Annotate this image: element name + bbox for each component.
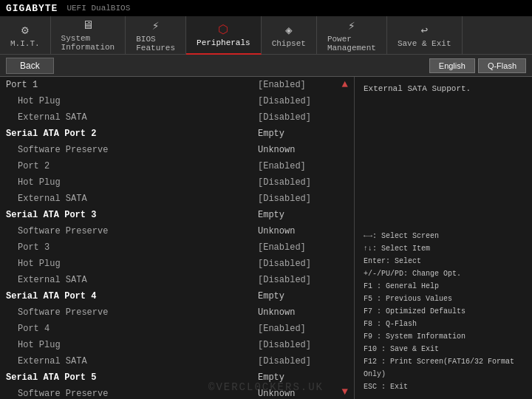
- power-mgmt-icon: ⚡: [348, 18, 355, 33]
- setting-value: Unknown: [252, 389, 348, 399]
- help-description: External SATA Support.: [364, 83, 523, 95]
- main-content: ▲ Port 1[Enabled]Hot Plug[Disabled]Exter…: [0, 77, 532, 399]
- setting-name: External SATA: [6, 275, 252, 285]
- setting-value: [Disabled]: [252, 177, 348, 188]
- table-row[interactable]: External SATA[Disabled]: [0, 191, 354, 207]
- table-row[interactable]: Serial ATA Port 5Empty: [0, 369, 354, 386]
- setting-name: Port 2: [6, 161, 252, 171]
- table-row[interactable]: Software PreserveUnknown: [0, 304, 354, 321]
- table-row[interactable]: Software PreserveUnknown: [0, 386, 354, 399]
- nav-chipset[interactable]: ◈ Chipset: [262, 16, 317, 55]
- bios-features-icon: ⚡: [152, 18, 160, 33]
- key-guide-line: ↑↓: Select Item: [364, 242, 523, 255]
- setting-value: [Enabled]: [252, 80, 348, 90]
- setting-name: External SATA: [6, 194, 252, 204]
- key-guide-line: F10 : Save & Exit: [364, 343, 523, 355]
- table-row[interactable]: Serial ATA Port 4Empty: [0, 288, 354, 304]
- key-guide-line: Enter: Select: [364, 255, 523, 267]
- setting-name: Serial ATA Port 5: [6, 372, 252, 383]
- setting-name: Hot Plug: [6, 259, 252, 269]
- settings-panel[interactable]: ▲ Port 1[Enabled]Hot Plug[Disabled]Exter…: [0, 77, 355, 399]
- system-info-icon: 🖥: [82, 18, 94, 33]
- key-guide-line: F1 : General Help: [364, 280, 523, 293]
- table-row[interactable]: Hot Plug[Disabled]: [0, 93, 354, 109]
- setting-value: [Disabled]: [252, 96, 348, 106]
- key-hint: F9 : System Information: [364, 330, 466, 343]
- setting-name: Hot Plug: [6, 96, 252, 106]
- table-row[interactable]: Hot Plug[Disabled]: [0, 174, 354, 191]
- key-guide-line: F5 : Previous Values: [364, 293, 523, 305]
- key-hint: F7 : Optimized Defaults: [364, 305, 466, 318]
- setting-name: Port 1: [6, 80, 252, 90]
- table-row[interactable]: External SATA[Disabled]: [0, 272, 354, 288]
- table-row[interactable]: Port 2[Enabled]: [0, 158, 354, 174]
- setting-value: [Disabled]: [252, 112, 348, 123]
- setting-name: Software Preserve: [6, 226, 252, 236]
- table-row[interactable]: Hot Plug[Disabled]: [0, 256, 354, 272]
- key-hint: Enter: Select: [364, 255, 421, 267]
- setting-value: [Disabled]: [252, 275, 348, 285]
- setting-name: Software Preserve: [6, 145, 252, 155]
- qflash-button[interactable]: Q-Flash: [478, 58, 526, 73]
- table-row[interactable]: Port 4[Enabled]: [0, 321, 354, 337]
- setting-value: [Enabled]: [252, 242, 348, 253]
- key-hint: +/-/PU/PD: Change Opt.: [364, 267, 461, 280]
- key-guide-line: +/-/PU/PD: Change Opt.: [364, 267, 523, 280]
- key-hint: ←→: Select Screen: [364, 230, 439, 242]
- nav-power-mgmt-label: PowerManagement: [327, 35, 376, 52]
- table-row[interactable]: Port 1[Enabled]: [0, 77, 354, 93]
- table-row[interactable]: External SATA[Disabled]: [0, 109, 354, 126]
- setting-name: Serial ATA Port 3: [6, 210, 252, 220]
- setting-name: Port 3: [6, 242, 252, 253]
- back-button[interactable]: Back: [6, 58, 54, 74]
- table-row[interactable]: External SATA[Disabled]: [0, 353, 354, 369]
- nav-peripherals[interactable]: ⬡ Peripherals: [186, 16, 262, 55]
- table-row[interactable]: Hot Plug[Disabled]: [0, 337, 354, 353]
- table-row[interactable]: Serial ATA Port 3Empty: [0, 207, 354, 223]
- table-row[interactable]: Software PreserveUnknown: [0, 142, 354, 158]
- brand-logo: GIGABYTE: [6, 3, 58, 14]
- setting-value: [Disabled]: [252, 194, 348, 204]
- english-button[interactable]: English: [429, 58, 475, 73]
- dual-bios-label: UEFI DualBIOS: [66, 4, 130, 13]
- scroll-down-arrow: ▼: [342, 386, 348, 398]
- action-right: English Q-Flash: [429, 58, 532, 73]
- table-row[interactable]: Serial ATA Port 2Empty: [0, 126, 354, 142]
- nav-mit-label: M.I.T.: [10, 39, 40, 48]
- chipset-icon: ◈: [285, 23, 293, 38]
- setting-name: Port 4: [6, 324, 252, 334]
- setting-value: [Disabled]: [252, 356, 348, 366]
- setting-name: Software Preserve: [6, 389, 252, 399]
- nav-save-exit-label: Save & Exit: [398, 39, 451, 48]
- key-guide-line: F9 : System Information: [364, 330, 523, 343]
- key-hint: F8 : Q-Flash: [364, 318, 417, 330]
- table-row[interactable]: Port 3[Enabled]: [0, 239, 354, 256]
- nav-power-mgmt[interactable]: ⚡ PowerManagement: [317, 16, 387, 55]
- setting-value: Empty: [252, 129, 348, 139]
- key-guide: ←→: Select Screen↑↓: Select ItemEnter: S…: [364, 230, 523, 393]
- setting-name: Serial ATA Port 2: [6, 129, 252, 139]
- nav-bios-features[interactable]: ⚡ BIOSFeatures: [126, 16, 186, 55]
- scroll-up-arrow: ▲: [342, 78, 348, 90]
- peripherals-icon: ⬡: [218, 22, 228, 37]
- save-exit-icon: ↩: [420, 23, 428, 38]
- setting-name: Serial ATA Port 4: [6, 291, 252, 301]
- setting-value: Unknown: [252, 226, 348, 236]
- key-guide-line: ESC : Exit: [364, 381, 523, 393]
- nav-save-exit[interactable]: ↩ Save & Exit: [387, 16, 463, 55]
- key-guide-line: ←→: Select Screen: [364, 230, 523, 242]
- mit-icon: ⚙: [21, 23, 29, 38]
- key-hint: F1 : General Help: [364, 280, 439, 293]
- setting-value: [Enabled]: [252, 324, 348, 334]
- nav-chipset-label: Chipset: [272, 39, 306, 48]
- key-hint: F10 : Save & Exit: [364, 343, 439, 355]
- setting-name: Hot Plug: [6, 340, 252, 350]
- nav-system-info-label: SystemInformation: [61, 34, 115, 52]
- setting-value: Empty: [252, 291, 348, 301]
- table-row[interactable]: Software PreserveUnknown: [0, 223, 354, 239]
- setting-name: External SATA: [6, 356, 252, 366]
- nav-bar: ⚙ M.I.T. 🖥 SystemInformation ⚡ BIOSFeatu…: [0, 16, 532, 55]
- key-guide-line: F8 : Q-Flash: [364, 318, 523, 330]
- nav-system-info[interactable]: 🖥 SystemInformation: [51, 16, 126, 55]
- nav-mit[interactable]: ⚙ M.I.T.: [0, 16, 51, 55]
